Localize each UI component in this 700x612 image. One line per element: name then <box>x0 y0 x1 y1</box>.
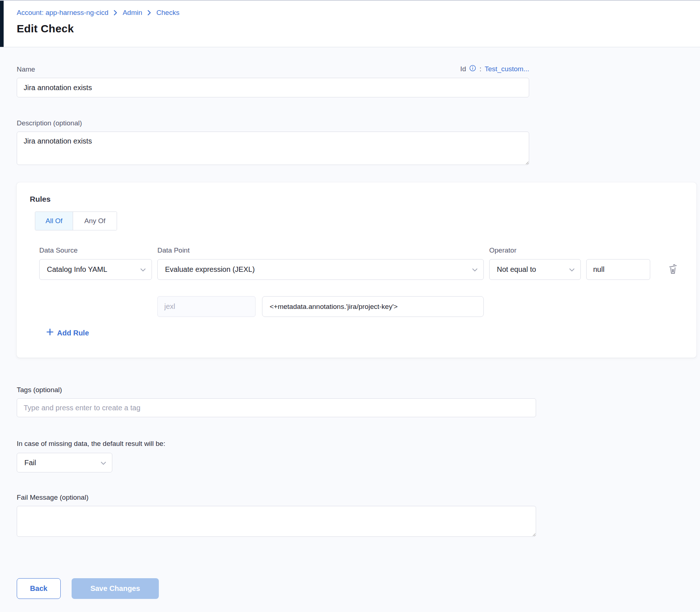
all-of-toggle-button[interactable]: All Of <box>35 212 73 230</box>
missing-data-label: In case of missing data, the default res… <box>17 440 700 448</box>
tags-input[interactable] <box>17 398 536 417</box>
breadcrumb-checks-link[interactable]: Checks <box>156 9 179 17</box>
page-title: Edit Check <box>17 23 700 35</box>
name-input[interactable] <box>17 78 529 97</box>
id-label: Id <box>460 65 466 73</box>
chevron-down-icon <box>569 265 575 274</box>
info-icon[interactable] <box>469 65 476 73</box>
trash-icon <box>668 270 678 275</box>
rule-value-input[interactable] <box>586 259 650 280</box>
data-point-label: Data Point <box>157 246 484 254</box>
rules-heading: Rules <box>30 195 683 204</box>
chevron-right-icon <box>147 10 151 16</box>
chevron-right-icon <box>113 10 117 16</box>
page-header: Account: app-harness-ng-cicd Admin Check… <box>0 1 700 47</box>
chevron-down-icon <box>140 265 146 274</box>
check-id-row: Id : Test_custom... <box>460 65 529 73</box>
data-source-value: Catalog Info YAML <box>47 265 107 274</box>
rule-row: Data Source Data Point Operator Catalog … <box>39 246 683 317</box>
default-result-value: Fail <box>24 459 36 467</box>
collapsed-nav-strip <box>0 1 4 47</box>
save-changes-button[interactable]: Save Changes <box>72 578 159 599</box>
delete-rule-button[interactable] <box>667 262 679 277</box>
operator-value: Not equal to <box>497 265 536 274</box>
name-label: Name <box>17 65 35 73</box>
breadcrumb-account-link[interactable]: Account: app-harness-ng-cicd <box>17 9 108 17</box>
any-of-toggle-button[interactable]: Any Of <box>73 212 117 230</box>
id-separator: : <box>479 65 481 73</box>
jexl-expression-input[interactable] <box>262 296 484 317</box>
default-result-select[interactable]: Fail <box>17 453 112 472</box>
back-button[interactable]: Back <box>17 578 61 599</box>
form-actions: Back Save Changes <box>17 578 700 599</box>
fail-message-textarea[interactable] <box>17 506 536 537</box>
breadcrumb: Account: app-harness-ng-cicd Admin Check… <box>17 9 700 17</box>
data-point-value: Evaluate expression (JEXL) <box>165 265 255 274</box>
data-source-label: Data Source <box>39 246 152 254</box>
expression-row <box>157 296 484 317</box>
fail-message-label: Fail Message (optional) <box>17 494 700 502</box>
data-point-select[interactable]: Evaluate expression (JEXL) <box>157 259 484 280</box>
plus-icon <box>47 329 53 337</box>
jexl-type-input[interactable] <box>157 296 256 317</box>
rules-card: Rules All Of Any Of Data Source Data Poi… <box>17 182 696 358</box>
edit-check-form: Name Id : Test_custom... Description (op… <box>0 65 700 599</box>
chevron-down-icon <box>472 265 478 274</box>
chevron-down-icon <box>101 459 106 467</box>
breadcrumb-admin-link[interactable]: Admin <box>122 9 142 17</box>
description-label: Description (optional) <box>17 119 700 127</box>
description-textarea[interactable]: Jira annotation exists <box>17 132 529 165</box>
operator-select[interactable]: Not equal to <box>489 259 581 280</box>
rules-match-toggle: All Of Any Of <box>35 212 117 230</box>
operator-label: Operator <box>489 246 581 254</box>
add-rule-button[interactable]: Add Rule <box>47 329 89 337</box>
add-rule-label: Add Rule <box>57 329 89 337</box>
check-id-link[interactable]: Test_custom... <box>485 65 530 73</box>
tags-label: Tags (optional) <box>17 386 700 394</box>
data-source-select[interactable]: Catalog Info YAML <box>39 259 152 280</box>
